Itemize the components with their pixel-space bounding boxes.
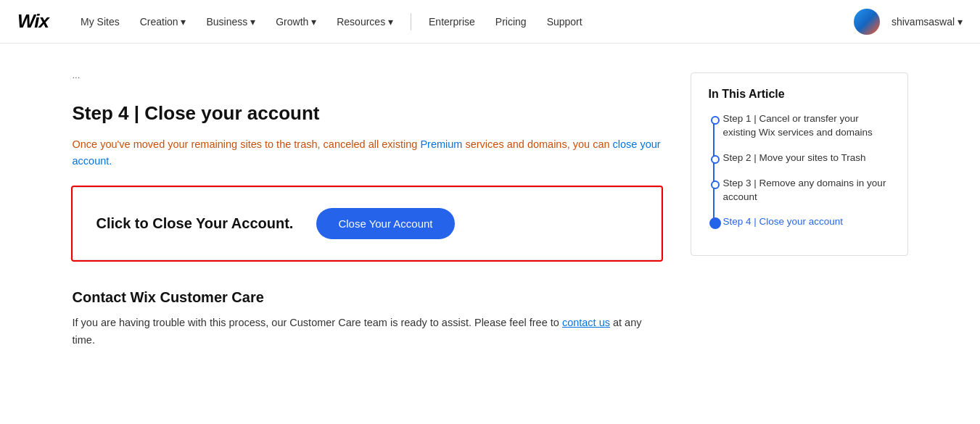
card-label: Click to Close Your Account. xyxy=(96,215,294,232)
step-heading: Step 4 | Close your account xyxy=(73,102,662,125)
nav-right: shivamsaswal ▾ xyxy=(854,9,963,35)
nav-divider xyxy=(411,13,411,30)
toc-link-step2[interactable]: Step 2 | Move your sites to Trash xyxy=(723,152,866,163)
toc-link-step4[interactable]: Step 4 | Close your account xyxy=(723,216,844,227)
close-account-card: Click to Close Your Account. Close Your … xyxy=(73,187,662,260)
nav-enterprise[interactable]: Enterprise xyxy=(420,10,484,33)
step-description: Once you've moved your remaining sites t… xyxy=(73,136,662,170)
toc-item-step4[interactable]: Step 4 | Close your account xyxy=(723,215,890,229)
nav-support[interactable]: Support xyxy=(538,10,591,33)
contact-us-link[interactable]: contact us xyxy=(562,317,610,328)
breadcrumb-text: ... xyxy=(73,70,81,80)
care-heading: Contact Wix Customer Care xyxy=(73,289,662,306)
care-description: If you are having trouble with this proc… xyxy=(73,315,662,348)
main-content: ... Step 4 | Close your account Once you… xyxy=(73,43,662,378)
nav-growth[interactable]: Growth ▾ xyxy=(267,10,325,33)
customer-care-section: Contact Wix Customer Care If you are hav… xyxy=(73,289,662,348)
nav-my-sites[interactable]: My Sites xyxy=(72,10,128,33)
toc-link-step3[interactable]: Step 3 | Remove any domains in your acco… xyxy=(723,178,886,202)
page-layout: ... Step 4 | Close your account Once you… xyxy=(55,43,926,378)
toc-item-step1[interactable]: Step 1 | Cancel or transfer your existin… xyxy=(723,112,890,140)
navbar: Wix My Sites Creation ▾ Business ▾ Growt… xyxy=(0,0,980,43)
nav-business[interactable]: Business ▾ xyxy=(198,10,265,33)
care-desc-before: If you are having trouble with this proc… xyxy=(73,317,562,328)
sidebar-title: In This Article xyxy=(709,88,890,101)
sidebar: In This Article Step 1 | Cancel or trans… xyxy=(691,43,908,378)
step-desc-text-before: Once you've moved your remaining sites t… xyxy=(73,138,421,150)
sidebar-card: In This Article Step 1 | Cancel or trans… xyxy=(691,72,908,256)
step-desc-text-middle: services and domains, you can xyxy=(462,138,612,150)
toc-item-step2[interactable]: Step 2 | Move your sites to Trash xyxy=(723,151,890,165)
nav-resources[interactable]: Resources ▾ xyxy=(328,10,402,33)
avatar[interactable] xyxy=(854,9,880,35)
close-account-button[interactable]: Close Your Account xyxy=(316,208,454,239)
wix-logo[interactable]: Wix xyxy=(17,10,49,33)
premium-link[interactable]: Premium xyxy=(420,138,462,150)
table-of-contents: Step 1 | Cancel or transfer your existin… xyxy=(709,112,890,229)
nav-links: My Sites Creation ▾ Business ▾ Growth ▾ … xyxy=(72,10,854,33)
nav-creation[interactable]: Creation ▾ xyxy=(131,10,195,33)
nav-pricing[interactable]: Pricing xyxy=(487,10,535,33)
toc-item-step3[interactable]: Step 3 | Remove any domains in your acco… xyxy=(723,177,890,204)
toc-link-step1[interactable]: Step 1 | Cancel or transfer your existin… xyxy=(723,113,873,138)
breadcrumb: ... xyxy=(73,58,662,80)
user-menu[interactable]: shivamsaswal ▾ xyxy=(892,16,963,28)
